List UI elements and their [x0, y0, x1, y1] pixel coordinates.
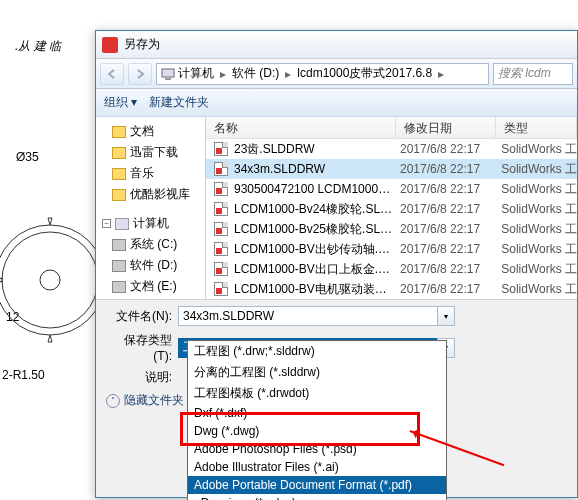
tree-drive: 软件 (D:)	[98, 255, 203, 276]
file-type: SolidWorks 工	[501, 261, 577, 278]
titlebar[interactable]: 另存为	[96, 31, 577, 59]
tree-item: 文档	[98, 121, 203, 142]
filename-label: 文件名(N):	[106, 308, 178, 325]
chevron-right-icon: ▸	[438, 67, 444, 81]
file-icon	[214, 202, 228, 216]
file-list[interactable]: 名称 修改日期 类型 23齿.SLDDRW2017/6/8 22:17Solid…	[206, 117, 577, 299]
file-icon	[214, 222, 228, 236]
savetype-label: 保存类型(T):	[106, 332, 178, 363]
col-name[interactable]: 名称	[206, 117, 396, 138]
file-type: SolidWorks 工	[501, 221, 577, 238]
tree-item: 迅雷下载	[98, 142, 203, 163]
expand-icon[interactable]: −	[102, 219, 111, 228]
file-name: LCDM1000-BV电机驱动装配板金.SLD…	[234, 281, 394, 298]
file-name: LCDM1000-Bv25橡胶轮.SLDDRW	[234, 221, 394, 238]
file-name: 930500472100 LCDM1000-BV前段下…	[234, 181, 394, 198]
dropdown-item[interactable]: 工程图模板 (*.drwdot)	[188, 383, 446, 404]
dropdown-item[interactable]: Dxf (*.dxf)	[188, 404, 446, 422]
file-type: SolidWorks 工	[501, 181, 577, 198]
folder-icon	[112, 168, 126, 180]
dim-diameter: Ø35	[16, 150, 39, 164]
svg-point-1	[2, 232, 98, 328]
dim-radius: 2-R1.50	[2, 368, 45, 382]
svg-point-0	[0, 225, 105, 335]
file-icon	[214, 282, 228, 296]
dropdown-item[interactable]: 分离的工程图 (*.slddrw)	[188, 362, 446, 383]
desc-label: 说明:	[106, 369, 178, 386]
file-name: LCDM1000-BV出钞传动轴.SLDDRW	[234, 241, 394, 258]
drive-icon	[112, 239, 126, 251]
file-type: SolidWorks 工	[501, 141, 577, 158]
file-icon	[214, 142, 228, 156]
organize-button[interactable]: 组织 ▾	[104, 94, 137, 111]
search-placeholder: 搜索 lcdm	[498, 65, 551, 82]
svg-rect-3	[162, 69, 174, 77]
file-row[interactable]: LCDM1000-BV出钞传动轴.SLDDRW2017/6/8 22:17Sol…	[206, 239, 577, 259]
tree-item: 音乐	[98, 163, 203, 184]
svg-rect-4	[165, 78, 171, 80]
file-list-header: 名称 修改日期 类型	[206, 117, 577, 139]
file-type: SolidWorks 工	[501, 201, 577, 218]
note-text: .从 建 临	[15, 38, 61, 55]
toolbar: 组织 ▾ 新建文件夹	[96, 89, 577, 117]
file-row[interactable]: 34x3m.SLDDRW2017/6/8 22:17SolidWorks 工	[206, 159, 577, 179]
search-input[interactable]: 搜索 lcdm	[493, 63, 573, 85]
file-row[interactable]: 930500472100 LCDM1000-BV前段下…2017/6/8 22:…	[206, 179, 577, 199]
filename-input[interactable]: 34x3m.SLDDRW	[178, 306, 438, 326]
file-date: 2017/6/8 22:17	[400, 222, 495, 236]
file-name: 34x3m.SLDDRW	[234, 162, 394, 176]
arrow-left-icon	[106, 68, 118, 80]
computer-icon	[115, 218, 129, 230]
col-type[interactable]: 类型	[496, 117, 577, 138]
file-date: 2017/6/8 22:17	[400, 242, 495, 256]
dialog-title: 另存为	[124, 36, 160, 53]
tree-item: 优酷影视库	[98, 184, 203, 205]
file-date: 2017/6/8 22:17	[400, 182, 495, 196]
savetype-dropdown[interactable]: 工程图 (*.drw;*.slddrw)分离的工程图 (*.slddrw)工程图…	[187, 340, 447, 500]
chevron-right-icon: ▸	[220, 67, 226, 81]
col-date[interactable]: 修改日期	[396, 117, 496, 138]
folder-icon	[112, 147, 126, 159]
file-type: SolidWorks 工	[501, 281, 577, 298]
dropdown-item[interactable]: 工程图 (*.drw;*.slddrw)	[188, 341, 446, 362]
dropdown-item[interactable]: Adobe Photoshop Files (*.psd)	[188, 440, 446, 458]
dropdown-item[interactable]: Adobe Illustrator Files (*.ai)	[188, 458, 446, 476]
file-date: 2017/6/8 22:17	[400, 142, 495, 156]
nav-bar: 计算机 ▸ 软件 (D:) ▸ lcdm1000皮带式2017.6.8 ▸ 搜索…	[96, 59, 577, 89]
filename-dropdown-button[interactable]: ▾	[437, 306, 455, 326]
breadcrumb[interactable]: 计算机 ▸ 软件 (D:) ▸ lcdm1000皮带式2017.6.8 ▸	[156, 63, 489, 85]
nav-fwd-button[interactable]	[128, 63, 152, 85]
crumb-0[interactable]: 计算机	[175, 65, 217, 82]
chevron-right-icon: ▸	[285, 67, 291, 81]
crumb-2[interactable]: lcdm1000皮带式2017.6.8	[294, 65, 435, 82]
file-row[interactable]: LCDM1000-Bv24橡胶轮.SLDDRW2017/6/8 22:17Sol…	[206, 199, 577, 219]
dropdown-item[interactable]: Adobe Portable Document Format (*.pdf)	[188, 476, 446, 494]
file-date: 2017/6/8 22:17	[400, 282, 495, 296]
drive-icon	[112, 281, 126, 293]
file-name: 23齿.SLDDRW	[234, 141, 394, 158]
tree-computer: −计算机	[98, 213, 203, 234]
file-icon	[214, 242, 228, 256]
file-date: 2017/6/8 22:17	[400, 262, 495, 276]
file-icon	[214, 262, 228, 276]
file-date: 2017/6/8 22:17	[400, 202, 495, 216]
file-row[interactable]: LCDM1000-BV电机驱动装配板金.SLD…2017/6/8 22:17So…	[206, 279, 577, 299]
crumb-1[interactable]: 软件 (D:)	[229, 65, 282, 82]
file-row[interactable]: LCDM1000-Bv25橡胶轮.SLDDRW2017/6/8 22:17Sol…	[206, 219, 577, 239]
file-row[interactable]: 23齿.SLDDRW2017/6/8 22:17SolidWorks 工	[206, 139, 577, 159]
gear-sketch	[0, 190, 110, 370]
file-date: 2017/6/8 22:17	[400, 162, 495, 176]
svg-point-2	[40, 270, 60, 290]
dropdown-item[interactable]: eDrawings (*.edrw)	[188, 494, 446, 500]
folder-tree[interactable]: 文档 迅雷下载 音乐 优酷影视库 −计算机 系统 (C:) 软件 (D:) 文档…	[96, 117, 206, 299]
app-icon	[102, 37, 118, 53]
nav-back-button[interactable]	[100, 63, 124, 85]
chevron-up-icon: ˄	[106, 394, 120, 408]
folder-icon	[112, 189, 126, 201]
file-row[interactable]: LCDM1000-BV出口上板金.SLDDRW2017/6/8 22:17Sol…	[206, 259, 577, 279]
file-type: SolidWorks 工	[501, 241, 577, 258]
new-folder-button[interactable]: 新建文件夹	[149, 94, 209, 111]
file-icon	[214, 182, 228, 196]
tree-drive: 文档 (E:)	[98, 276, 203, 297]
file-name: LCDM1000-Bv24橡胶轮.SLDDRW	[234, 201, 394, 218]
